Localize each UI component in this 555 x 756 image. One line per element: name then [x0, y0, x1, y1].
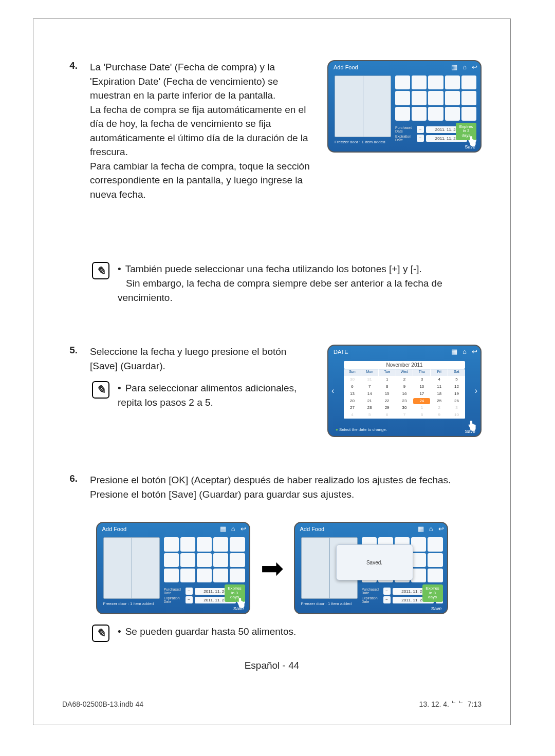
calendar-day[interactable]: 7 — [396, 412, 413, 419]
calendar-day[interactable]: 30 — [396, 405, 413, 411]
minus-button[interactable]: − — [417, 135, 424, 142]
calendar-day[interactable]: 13 — [344, 391, 361, 398]
status-line: Freezer door : 1 item added — [103, 601, 154, 606]
food-grid[interactable] — [164, 537, 245, 582]
back-icon[interactable]: ↩ — [240, 525, 246, 533]
calendar-day[interactable]: 2 — [396, 376, 413, 383]
window-icon[interactable]: ▦ — [220, 525, 226, 533]
food-grid[interactable] — [395, 75, 476, 121]
calendar-day[interactable]: 10 — [413, 384, 430, 390]
calendar-day[interactable]: 17 — [413, 391, 430, 398]
calendar-day[interactable]: 21 — [361, 398, 378, 405]
calendar-day[interactable]: 2 — [431, 405, 448, 411]
calendar-grid[interactable]: SunMonTueWedThuFriSat3031123456789101112… — [344, 369, 465, 419]
shot-nav: ▦ ⌂ ↩ — [418, 525, 444, 533]
screenshot-calendar: DATE ▦ ⌂ ↩ ‹ › November 2011 SunMonTueWe… — [327, 345, 482, 437]
window-icon[interactable]: ▦ — [451, 348, 457, 355]
home-icon[interactable]: ⌂ — [462, 348, 467, 355]
calendar-day[interactable]: 8 — [379, 384, 396, 390]
calendar-dow: Thu — [413, 369, 430, 376]
step-6-block: 6. Presione el botón [OK] (Aceptar) desp… — [62, 473, 482, 501]
step-4-line-2: La fecha de compra se fija automáticamen… — [90, 104, 308, 158]
calendar-day[interactable]: 24 — [413, 398, 430, 405]
calendar-day[interactable]: 26 — [448, 398, 465, 405]
calendar-day[interactable]: 5 — [448, 376, 465, 383]
calendar-dow: Wed — [396, 369, 413, 376]
home-icon[interactable]: ⌂ — [429, 525, 433, 533]
calendar-day[interactable]: 4 — [344, 412, 361, 419]
calendar-day[interactable]: 15 — [379, 391, 396, 398]
calendar-day[interactable]: 6 — [344, 384, 361, 390]
pointer-hand-icon — [465, 135, 478, 148]
manual-page: 4. La 'Purchase Date' (Fecha de compra) … — [33, 18, 511, 725]
note-icon: ✎ — [92, 262, 109, 279]
back-icon[interactable]: ↩ — [472, 63, 477, 71]
calendar-day[interactable]: 30 — [344, 376, 361, 383]
note-icon: ✎ — [92, 381, 109, 399]
calendar-day[interactable]: 22 — [379, 398, 396, 405]
calendar-day[interactable]: 5 — [361, 412, 378, 419]
calendar-day[interactable]: 1 — [413, 405, 430, 411]
calendar-prev-icon[interactable]: ‹ — [331, 386, 334, 395]
minus-button[interactable]: − — [186, 596, 193, 603]
window-icon[interactable]: ▦ — [418, 525, 424, 533]
calendar-day[interactable]: 10 — [448, 412, 465, 419]
calendar-day[interactable]: 19 — [448, 391, 465, 398]
shot-nav: ▦ ⌂ ↩ — [451, 63, 477, 71]
saved-text: Saved. — [366, 560, 382, 565]
step-6-number: 6. — [62, 473, 78, 501]
minus-button[interactable]: − — [417, 126, 424, 133]
calendar-day[interactable]: 29 — [379, 405, 396, 411]
screenshot-add-food-dates: Add Food ▦ ⌂ ↩ Purchased Date − 2011. 11… — [327, 60, 482, 153]
calendar-day[interactable]: 4 — [431, 376, 448, 383]
calendar-day[interactable]: 8 — [413, 412, 430, 419]
calendar-day[interactable]: 20 — [344, 398, 361, 405]
calendar-day[interactable]: 28 — [361, 405, 378, 411]
calendar-day[interactable]: 16 — [396, 391, 413, 398]
calendar-dow: Sun — [344, 369, 361, 376]
saved-dialog: Saved. — [336, 544, 413, 580]
note-6-text: Se pueden guardar hasta 50 alimentos. — [125, 626, 297, 637]
calendar-day[interactable]: 14 — [361, 391, 378, 398]
shot-title-date: DATE — [334, 349, 348, 355]
back-icon[interactable]: ↩ — [472, 348, 477, 355]
calendar-day[interactable]: 23 — [396, 398, 413, 405]
calendar-day[interactable]: 25 — [431, 398, 448, 405]
calendar-day[interactable]: 7 — [361, 384, 378, 390]
expiration-date-label: Expiration Date — [395, 135, 415, 142]
calendar-day[interactable]: 9 — [431, 412, 448, 419]
calendar-day[interactable]: 6 — [379, 412, 396, 419]
shot-title: Add Food — [102, 526, 127, 532]
step-4-block: 4. La 'Purchase Date' (Fecha de compra) … — [62, 60, 482, 222]
note-4-line-2: Sin embargo, la fecha de compra siempre … — [118, 278, 442, 303]
step-5-text: Seleccione la fecha y luego presione el … — [90, 345, 315, 373]
calendar-day[interactable]: 27 — [344, 405, 361, 411]
home-icon[interactable]: ⌂ — [231, 525, 235, 533]
calendar-day[interactable]: 9 — [396, 384, 413, 390]
calendar-day[interactable]: 11 — [431, 384, 448, 390]
pointer-hand-icon — [465, 420, 478, 433]
calendar-day[interactable]: 3 — [413, 376, 430, 383]
footer-page: 44 — [288, 660, 299, 671]
screenshot-add-food-before-save: Add Food ▦ ⌂ ↩ Purchased Date − 2011. 11… — [96, 522, 250, 614]
calendar-dow: Tue — [379, 369, 396, 376]
calendar-dow: Mon — [361, 369, 378, 376]
shot-title: Add Food — [334, 64, 358, 70]
purchase-date-label: Purchased Date — [395, 126, 415, 133]
home-icon[interactable]: ⌂ — [462, 63, 467, 71]
calendar-day[interactable]: 1 — [379, 376, 396, 383]
calendar-day[interactable]: 18 — [431, 391, 448, 398]
calendar-next-icon[interactable]: › — [475, 386, 477, 395]
shot-title: Add Food — [300, 526, 325, 532]
minus-button[interactable]: − — [186, 588, 193, 595]
calendar-day[interactable]: 31 — [361, 376, 378, 383]
expires-badge: Expires in 3 days — [422, 584, 443, 602]
step-4-note: ✎ •También puede seleccionar una fecha u… — [92, 262, 482, 305]
save-button[interactable]: Save — [431, 606, 442, 611]
page-footer: Español - 44 — [33, 660, 510, 671]
step-6-text: Presione el botón [OK] (Aceptar) después… — [90, 473, 482, 501]
calendar-day[interactable]: 12 — [448, 384, 465, 390]
calendar-day[interactable]: 3 — [448, 405, 465, 411]
back-icon[interactable]: ↩ — [438, 525, 444, 533]
window-icon[interactable]: ▦ — [451, 63, 457, 71]
